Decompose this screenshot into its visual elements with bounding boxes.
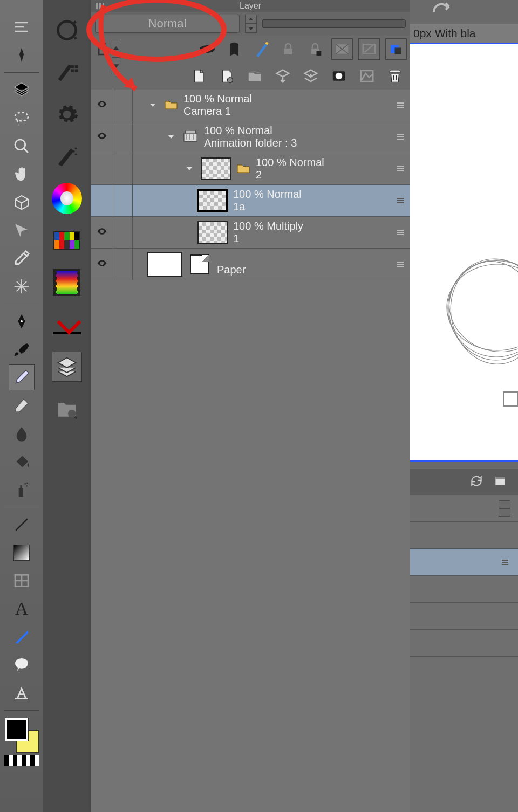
mask-preview-icon[interactable]: [196, 38, 218, 60]
lock-toggle[interactable]: [113, 249, 133, 280]
redo-icon[interactable]: [431, 0, 452, 19]
gradient-tool-icon[interactable]: [9, 540, 35, 566]
blend-stepper[interactable]: [245, 15, 257, 33]
timeline-track[interactable]: [410, 603, 518, 630]
crop-handle-icon[interactable]: [503, 391, 518, 407]
reference-icon[interactable]: [223, 38, 245, 60]
lock-icon[interactable]: [277, 38, 299, 60]
apply-mask-2-icon[interactable]: [357, 66, 377, 86]
lock-toggle[interactable]: [113, 90, 133, 121]
brush-icon[interactable]: [9, 336, 35, 362]
folder-search-icon[interactable]: [52, 394, 82, 424]
blend-mode-select[interactable]: Normal: [95, 15, 240, 33]
mask-from-selection-icon[interactable]: [358, 38, 380, 60]
layers-panel-icon[interactable]: [52, 352, 82, 382]
nib-pen-icon[interactable]: [9, 308, 35, 334]
layer-row-1a[interactable]: 100 % Normal 1a: [91, 185, 410, 217]
bucket-icon[interactable]: [9, 449, 35, 474]
panel-grip-icon[interactable]: [96, 3, 104, 9]
chevron-down-icon[interactable]: [147, 99, 159, 111]
move-tool-icon[interactable]: [9, 217, 35, 243]
layer-row-anim[interactable]: 100 % Normal Animation folder : 3: [91, 121, 410, 153]
approve-icon[interactable]: [52, 309, 82, 340]
new-folder-icon[interactable]: [245, 66, 264, 86]
line-tool-icon[interactable]: [9, 512, 35, 538]
color-swatches-icon[interactable]: [52, 225, 82, 256]
layer-row-camera[interactable]: 100 % Normal Camera 1: [91, 90, 410, 121]
trash-icon[interactable]: [385, 66, 405, 86]
lock-toggle[interactable]: [113, 185, 133, 216]
ruler-icon[interactable]: [9, 624, 35, 650]
refresh-icon[interactable]: [469, 474, 483, 490]
new-vector-layer-icon[interactable]: [217, 66, 236, 86]
brush-size-icon[interactable]: [52, 141, 82, 171]
create-mask-icon[interactable]: [329, 66, 349, 86]
quick-access-icon[interactable]: [52, 15, 82, 45]
lock-toggle[interactable]: [113, 121, 133, 153]
lock-toggle[interactable]: [113, 153, 133, 184]
eraser-icon[interactable]: [9, 393, 35, 418]
row-menu-icon[interactable]: [391, 217, 410, 248]
visibility-toggle[interactable]: [91, 153, 113, 184]
subtool-group-icon[interactable]: [52, 57, 82, 87]
hand-tool-icon[interactable]: [9, 161, 35, 187]
spray-icon[interactable]: [9, 477, 35, 503]
row-menu-icon[interactable]: [391, 121, 410, 153]
visibility-toggle[interactable]: [91, 217, 113, 248]
film-strip-icon[interactable]: [52, 267, 82, 298]
draft-pencil-icon[interactable]: [250, 38, 272, 60]
visibility-toggle[interactable]: [91, 185, 113, 216]
chevron-down-icon[interactable]: [183, 163, 195, 175]
window-icon[interactable]: [493, 474, 507, 490]
hamburger-icon[interactable]: [500, 557, 510, 568]
frame-divide-icon[interactable]: [9, 568, 35, 594]
text-tool-icon[interactable]: A: [9, 596, 35, 622]
pen-tool-icon[interactable]: [9, 42, 35, 68]
opacity-slider[interactable]: [262, 19, 406, 28]
lasso-icon[interactable]: [9, 105, 35, 131]
layer-row-2[interactable]: 100 % Normal 2: [91, 153, 410, 185]
mask-new-a-icon[interactable]: [331, 38, 353, 60]
apply-mask-icon[interactable]: [385, 38, 407, 60]
timeline-track[interactable]: [410, 495, 518, 522]
palette-stepper[interactable]: [94, 38, 122, 60]
canvas-area[interactable]: [410, 43, 518, 462]
droplet-icon[interactable]: [9, 421, 35, 446]
visibility-toggle[interactable]: [91, 90, 113, 121]
new-raster-layer-icon[interactable]: [189, 66, 208, 86]
layer-row-1[interactable]: 100 % Multiply 1: [91, 217, 410, 249]
color-swatch-pair[interactable]: [4, 718, 39, 753]
lock-transparent-icon[interactable]: [304, 38, 326, 60]
layer-row-paper[interactable]: Paper: [91, 249, 410, 280]
indent-icon[interactable]: [9, 14, 35, 40]
track-stepper[interactable]: [499, 500, 510, 517]
merge-down-icon[interactable]: [301, 66, 321, 86]
transfer-down-icon[interactable]: [273, 66, 292, 86]
foreground-color-swatch[interactable]: [5, 718, 28, 741]
color-wheel-icon[interactable]: [52, 183, 82, 214]
zoom-icon[interactable]: [9, 133, 35, 159]
row-menu-icon[interactable]: [391, 185, 410, 216]
gear-icon[interactable]: [52, 99, 82, 129]
timeline-track[interactable]: [410, 549, 518, 576]
row-menu-icon[interactable]: [391, 249, 410, 280]
timeline-track[interactable]: [410, 630, 518, 657]
panel-titlebar[interactable]: Layer: [91, 0, 410, 12]
sparkle-icon[interactable]: [9, 273, 35, 299]
perspective-icon[interactable]: [9, 680, 35, 706]
chevron-down-icon[interactable]: [245, 24, 257, 33]
transparent-swatch[interactable]: [4, 755, 39, 766]
eyedropper-icon[interactable]: [9, 245, 35, 271]
chevron-down-icon[interactable]: [165, 131, 177, 143]
timeline-track[interactable]: [410, 576, 518, 603]
pencil-tool-icon[interactable]: [9, 364, 35, 390]
lock-toggle[interactable]: [113, 217, 133, 248]
timeline-track[interactable]: [410, 522, 518, 549]
row-menu-icon[interactable]: [391, 153, 410, 184]
visibility-toggle[interactable]: [91, 249, 113, 280]
chevron-up-icon[interactable]: [245, 15, 257, 24]
cube-icon[interactable]: [9, 189, 35, 215]
visibility-toggle[interactable]: [91, 121, 113, 153]
row-menu-icon[interactable]: [391, 90, 410, 121]
speech-bubble-icon[interactable]: [9, 652, 35, 678]
